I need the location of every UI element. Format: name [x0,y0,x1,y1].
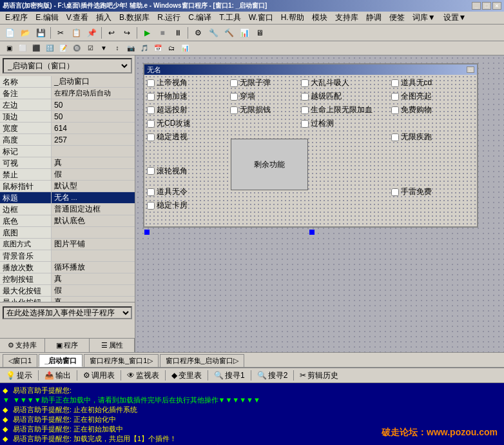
check-hp-unlimited[interactable]: 生命上限无限加血 [301,104,391,115]
cb-god-view[interactable] [147,79,155,87]
prop-row-cursor[interactable]: 鼠标指针 默认型 [0,181,135,192]
t2-btn14[interactable]: 📊 [179,43,191,54]
menu-run[interactable]: R.运行 [153,11,184,25]
statusbar-output[interactable]: 📤 输出 [41,369,74,382]
save-btn[interactable]: 💾 [34,26,48,40]
cb-through-wall[interactable] [230,93,238,101]
prop-row-note[interactable]: 备注 在程序启动后自动 [0,88,135,99]
check-unlimited-sprint[interactable]: 无限疾跑 [391,132,474,143]
check-through-wall[interactable]: 穿墙 [230,91,301,102]
t2-btn10[interactable]: 📷 [124,43,137,54]
prop-row-width[interactable]: 宽度 614 [0,123,135,134]
statusbar-clipboard[interactable]: ✂ 剪辑历史 [296,369,342,382]
menu-program[interactable]: E.程序 [1,11,32,25]
check-fullbright[interactable]: 全图亮起 [391,91,474,102]
statusbar-vars[interactable]: ◆ 变里表 [168,369,205,382]
t2-btn1[interactable]: ▣ [3,43,15,54]
t2-btn3[interactable]: ⬛ [30,43,43,54]
tool2[interactable]: 🔧 [206,26,220,40]
run-btn[interactable]: ▶ [140,26,154,40]
prop-row-left[interactable]: 左边 50 [0,99,135,111]
t2-btn4[interactable]: 🔠 [43,43,56,54]
cb-item-no-cmd[interactable] [147,188,155,196]
menu-window[interactable]: W.窗口 [245,11,277,25]
t2-btn13[interactable]: 🗂 [165,43,178,54]
prop-row-visible[interactable]: 可视 真 [0,157,135,169]
statusbar-search2[interactable]: 🔍 搜寻2 [254,369,291,382]
cb-fullbright[interactable] [391,93,399,101]
check-far-shot[interactable]: 超远投射 [147,104,230,115]
statusbar-search1[interactable]: 🔍 搜寻1 [211,369,248,382]
tool4[interactable]: 📊 [237,26,251,40]
prop-row-ctrlbtn[interactable]: 控制按钮 真 [0,273,135,285]
prop-row-bgcolor[interactable]: 底色 默认底色 [0,215,135,227]
new-btn[interactable]: 📄 [3,26,17,40]
menu-db[interactable]: B.数据库 [115,11,153,25]
close-btn[interactable]: × [492,2,501,10]
check-stable-room[interactable]: 稳定卡房 [147,200,231,211]
menu-view[interactable]: V.查看 [63,11,92,25]
redo-btn[interactable]: ↪ [120,26,134,40]
cb-item-nocd[interactable] [391,79,399,87]
undo-btn[interactable]: ↩ [104,26,119,40]
prop-row-border[interactable]: 边框 普通固定边框 [0,204,135,215]
prop-row-name[interactable]: 名称 _启动窗口 [0,76,135,88]
cb-scroll-view[interactable] [147,167,155,175]
menu-support[interactable]: 支持库 [331,11,362,25]
check-god-view[interactable]: 上帝视角 [147,77,230,88]
tab-win1-set[interactable]: 窗口程序集_窗口1 ▷ [84,354,158,367]
check-unlimited-bullets[interactable]: 无限子弹 [230,77,301,88]
left-tab-props[interactable]: ☰ 属性 [90,339,135,352]
prop-row-mark[interactable]: 标记 [0,146,135,157]
menu-compile[interactable]: C.编译 [184,11,215,25]
prop-row-bgmusic[interactable]: 背景音乐 [0,250,135,262]
prop-row-top[interactable]: 顶边 50 [0,111,135,123]
pause-btn[interactable]: ⏸ [171,26,185,40]
cb-no-cd-atk[interactable] [147,120,155,128]
menu-help[interactable]: H.帮助 [277,11,308,25]
check-free-shop[interactable]: 免费购物 [391,104,474,115]
cb-hp-unlimited[interactable] [301,106,309,114]
cb-stable-room[interactable] [147,202,155,210]
stop-btn[interactable]: ■ [155,26,170,40]
cb-unlimited-bullets[interactable] [230,79,238,87]
prop-row-maxbtn[interactable]: 最大化按钮 假 [0,285,135,297]
tab-win1[interactable]: ◁ 窗口1 [3,354,37,367]
check-overmatch[interactable]: 越级匹配 [301,91,391,102]
maximize-btn[interactable]: □ [482,2,491,10]
check-attract[interactable]: 大乱斗吸人 [301,77,391,88]
t2-btn11[interactable]: 🎵 [138,43,151,54]
check-item-no-cmd[interactable]: 道具无令 [147,186,230,197]
t2-btn8[interactable]: ▼ [97,43,110,54]
check-no-cd-atk[interactable]: 无CD攻速 [147,118,230,129]
statusbar-calltable[interactable]: ⚙ 调用表 [80,369,118,382]
t2-btn2[interactable]: ⬜ [16,43,29,54]
prop-row-bgimg[interactable]: 底图 [0,227,135,239]
menu-module[interactable]: 模块 [308,11,331,25]
cb-detect[interactable] [301,120,309,128]
t2-btn5[interactable]: 📝 [57,43,70,54]
menu-dict[interactable]: 词库▼ [409,11,440,25]
cb-free-grenade[interactable] [391,188,399,196]
cb-stable-see[interactable] [147,134,155,141]
tool1[interactable]: ⚙ [191,26,205,40]
t2-btn7[interactable]: ☑ [84,43,97,54]
prop-row-title[interactable]: 标题 无名 … [0,192,135,204]
tool3[interactable]: 🔨 [222,26,236,40]
cb-open-accel[interactable] [147,93,155,101]
menu-settings[interactable]: 设置▼ [440,11,470,25]
inner-window[interactable]: 无名 □ 上帝视角 无限子弹 大乱斗吸人 道具无cd [143,63,478,228]
event-select[interactable]: 在此处选择加入事件处理子程序 [3,306,132,319]
prop-row-height[interactable]: 高度 257 [0,134,135,146]
statusbar-hint[interactable]: 💡 提示 [3,369,35,382]
prop-row-disable[interactable]: 禁止 假 [0,169,135,181]
left-tab-program[interactable]: ▣ 程序 [45,339,90,352]
check-unlimited-money[interactable]: 无限损钱 [230,104,301,115]
check-open-accel[interactable]: 开物加速 [147,91,230,102]
left-tab-support[interactable]: ⚙ 支持库 [0,339,45,352]
menu-tools[interactable]: T.工具 [215,11,244,25]
cb-free-shop[interactable] [391,106,399,114]
inner-restore-btn[interactable]: □ [467,66,474,73]
menu-note[interactable]: 便签 [385,11,409,25]
menu-debug[interactable]: 静调 [362,11,385,25]
